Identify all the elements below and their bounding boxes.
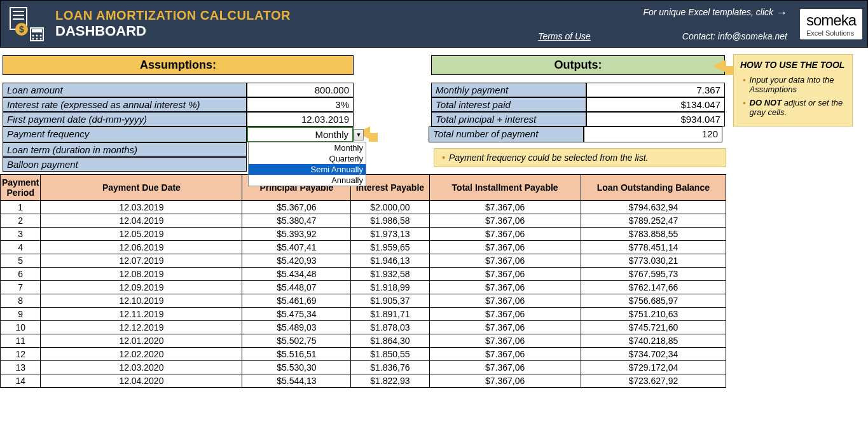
table-cell: $7.367,06 — [429, 254, 581, 268]
table-row[interactable]: 712.09.2019$5.448,07$1.918,99$7.367,06$7… — [1, 281, 726, 294]
dropdown-toggle-button[interactable]: ▼ — [354, 129, 364, 140]
table-row[interactable]: 212.04.2019$5.380,47$1.986,58$7.367,06$7… — [1, 214, 726, 228]
table-cell: 12.03.2019 — [41, 201, 242, 214]
table-cell: $5.380,47 — [242, 214, 351, 228]
table-cell: 4 — [1, 241, 41, 254]
loan-amount-input[interactable]: 800.000 — [247, 83, 354, 97]
table-cell: $1.918,99 — [351, 281, 429, 294]
table-cell: $7.367,06 — [429, 361, 581, 374]
table-cell: $1.836,76 — [351, 361, 429, 374]
svg-point-13 — [40, 38, 42, 39]
table-cell: 12.07.2019 — [41, 254, 242, 268]
table-cell: $5.420,93 — [242, 254, 351, 268]
dropdown-option-monthly[interactable]: Monthly — [249, 142, 366, 153]
arrow-right-icon[interactable]: → — [776, 6, 787, 19]
table-cell: 10 — [1, 321, 41, 334]
table-cell: 12.09.2019 — [41, 281, 242, 294]
monthly-payment-value: 7.367 — [586, 83, 725, 97]
table-cell: $5.489,03 — [242, 321, 351, 334]
table-row[interactable]: 1312.03.2020$5.530,30$1.836,76$7.367,06$… — [1, 361, 726, 374]
table-cell: $751.210,63 — [581, 308, 726, 321]
logo-sub: Excel Solutions — [806, 29, 856, 37]
table-row[interactable]: 1212.02.2020$5.516,51$1.850,55$7.367,06$… — [1, 348, 726, 361]
num-payments-label: Total number of payment — [429, 127, 584, 142]
table-cell: $7.367,06 — [429, 374, 581, 388]
svg-rect-7 — [32, 29, 42, 32]
payment-freq-value: Monthly — [315, 129, 348, 140]
table-cell: 2 — [1, 214, 41, 228]
table-row[interactable]: 1412.04.2020$5.544,13$1.822,93$7.367,06$… — [1, 374, 726, 388]
table-row[interactable]: 512.07.2019$5.420,93$1.946,13$7.367,06$7… — [1, 254, 726, 268]
note-title: HOW TO USE THE TOOL — [740, 60, 846, 70]
table-cell: 12.12.2019 — [41, 321, 242, 334]
note-tip-2: DO NOT adjust or set the gray cells. — [743, 98, 846, 117]
table-cell: $5.407,41 — [242, 241, 351, 254]
table-cell: 12.11.2019 — [41, 308, 242, 321]
app-logo-icon: $ — [4, 2, 49, 46]
table-cell: $2.000,00 — [351, 201, 429, 214]
table-cell: 9 — [1, 308, 41, 321]
total-interest-value: $134.047 — [586, 97, 725, 112]
table-cell: 12.08.2019 — [41, 268, 242, 281]
dropdown-option-quarterly[interactable]: Quarterly — [249, 153, 366, 164]
table-cell: $5.544,13 — [242, 374, 351, 388]
table-cell: $1.973,13 — [351, 228, 429, 241]
table-cell: $5.530,30 — [242, 361, 351, 374]
table-row[interactable]: 112.03.2019$5.367,06$2.000,00$7.367,06$7… — [1, 201, 726, 214]
table-cell: 7 — [1, 281, 41, 294]
hint-text: Payment frequency could be selected from… — [449, 153, 649, 163]
header-links: For unique Excel templates, click → Term… — [538, 6, 787, 41]
app-title: LOAN AMORTIZATION CALCULATOR — [55, 8, 538, 23]
num-payments-value: 120 — [584, 127, 722, 142]
payment-freq-dropdown-list[interactable]: Monthly Quarterly Semi Annually Annually — [248, 142, 366, 186]
terms-link[interactable]: Terms of Use — [538, 31, 591, 41]
table-row[interactable]: 812.10.2019$5.461,69$1.905,37$7.367,06$7… — [1, 294, 726, 308]
table-cell: $778.451,14 — [581, 241, 726, 254]
first-payment-input[interactable]: 12.03.2019 — [247, 112, 354, 127]
table-cell: $1.946,13 — [351, 254, 429, 268]
first-payment-label: First payment date (dd-mm-yyyy) — [3, 112, 247, 127]
table-row[interactable]: 412.06.2019$5.407,41$1.959,65$7.367,06$7… — [1, 241, 726, 254]
table-cell: $1.932,58 — [351, 268, 429, 281]
table-cell: $1.850,55 — [351, 348, 429, 361]
table-cell: 5 — [1, 254, 41, 268]
someka-logo[interactable]: someka Excel Solutions — [800, 9, 862, 39]
header-titles: LOAN AMORTIZATION CALCULATOR DASHBOARD — [49, 8, 538, 39]
promo-text: For unique Excel templates, click — [643, 7, 773, 17]
table-cell: 12 — [1, 348, 41, 361]
table-cell: 12.10.2019 — [41, 294, 242, 308]
table-cell: $5.461,69 — [242, 294, 351, 308]
note-arrow-icon — [712, 60, 734, 75]
table-row[interactable]: 912.11.2019$5.475,34$1.891,71$7.367,06$7… — [1, 308, 726, 321]
table-cell: $7.367,06 — [429, 308, 581, 321]
table-cell: 6 — [1, 268, 41, 281]
table-cell: $783.858,55 — [581, 228, 726, 241]
total-interest-label: Total interest paid — [431, 97, 586, 112]
table-cell: $789.252,47 — [581, 214, 726, 228]
interest-rate-input[interactable]: 3% — [247, 97, 354, 112]
payment-freq-select[interactable]: Monthly ▼ Monthly Quarterly Semi Annuall… — [247, 127, 354, 142]
dropdown-option-annually[interactable]: Annually — [249, 175, 366, 186]
table-cell: 13 — [1, 361, 41, 374]
table-cell: $5.434,48 — [242, 268, 351, 281]
table-cell: $756.685,97 — [581, 294, 726, 308]
table-row[interactable]: 312.05.2019$5.393,92$1.973,13$7.367,06$7… — [1, 228, 726, 241]
dropdown-option-semi-annually[interactable]: Semi Annually — [249, 164, 366, 175]
app-header: $ LOAN AMORTIZATION CALCULATOR DASHBOARD… — [0, 0, 868, 48]
table-cell: $7.367,06 — [429, 281, 581, 294]
table-row[interactable]: 612.08.2019$5.434,48$1.932,58$7.367,06$7… — [1, 268, 726, 281]
table-row[interactable]: 1012.12.2019$5.489,03$1.878,03$7.367,06$… — [1, 321, 726, 334]
table-cell: $729.172,04 — [581, 361, 726, 374]
table-cell: $7.367,06 — [429, 214, 581, 228]
loan-term-label: Loan term (duration in months) — [3, 142, 247, 157]
balloon-payment-label: Balloon payment — [3, 157, 247, 172]
table-cell: $5.502,75 — [242, 334, 351, 348]
table-cell: $7.367,06 — [429, 348, 581, 361]
total-pi-value: $934.047 — [586, 112, 725, 127]
table-cell: $773.030,21 — [581, 254, 726, 268]
table-row[interactable]: 1112.01.2020$5.502,75$1.864,30$7.367,06$… — [1, 334, 726, 348]
table-cell: 12.03.2020 — [41, 361, 242, 374]
loan-amount-label: Loan amount — [3, 83, 247, 97]
table-cell: $7.367,06 — [429, 228, 581, 241]
svg-text:$: $ — [19, 24, 24, 34]
